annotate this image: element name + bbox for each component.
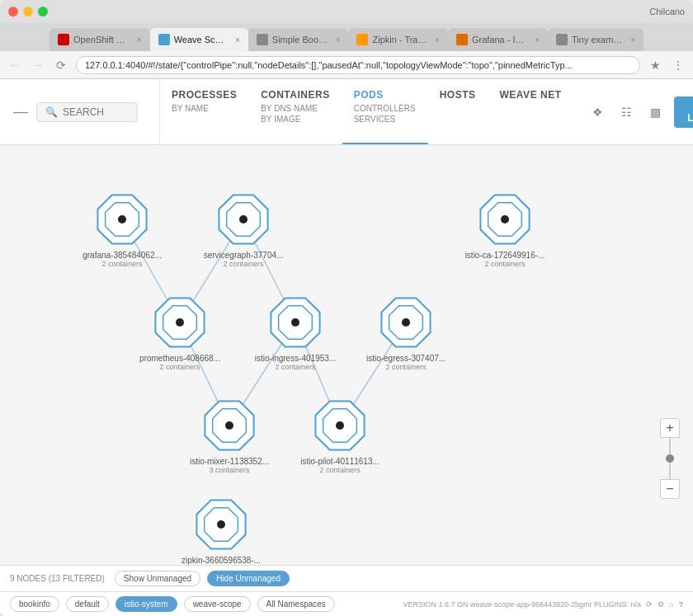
namespaces-container: bookinfodefaultistio-systemweave-scopeAl… <box>10 596 335 612</box>
zoom-out-button[interactable]: − <box>660 479 680 499</box>
grid-icon[interactable]: ☷ <box>616 101 637 124</box>
show-unmanaged-button[interactable]: Show Unmanaged <box>115 571 200 586</box>
refresh-icon[interactable]: ⟳ <box>646 600 653 609</box>
tab-close-icon[interactable]: × <box>137 35 142 45</box>
chart-icon[interactable]: ▩ <box>645 101 666 124</box>
svg-point-11 <box>176 318 184 327</box>
tab-label: Zipkin - Trac... <box>372 35 427 45</box>
nav-item-main-hosts: HOSTS <box>440 89 476 101</box>
node-svg-zipkin <box>193 496 249 553</box>
bookmark-button[interactable]: ★ <box>647 57 663 73</box>
url-bar[interactable]: 127.0.0.1:4040/#!/state/{"controlPipe":n… <box>76 56 640 74</box>
nav-item-pods[interactable]: PODS CONTROLLERSSERVICES <box>342 79 428 144</box>
nav-item-hosts[interactable]: HOSTS <box>428 79 488 144</box>
node-svg-istio-pilot <box>312 397 368 454</box>
node-count: 9 NODES (13 FILTERED) <box>10 574 105 583</box>
nav-item-main-processes: PROCESSES <box>172 89 237 101</box>
search-input[interactable] <box>63 106 129 118</box>
share-icon[interactable]: ❖ <box>587 101 607 124</box>
svg-point-26 <box>217 520 225 529</box>
namespace-btn-bookinfo[interactable]: bookinfo <box>10 596 59 612</box>
back-button[interactable]: ← <box>7 57 23 73</box>
nav-sub-item[interactable]: BY NAME <box>172 104 237 113</box>
tab-tiny[interactable]: Tiny example × <box>548 28 644 51</box>
svg-point-20 <box>225 421 233 430</box>
hamburger-menu[interactable]: ― <box>13 103 28 120</box>
tab-simple[interactable]: Simple Book... × <box>248 28 349 51</box>
svg-point-2 <box>118 215 126 223</box>
tab-grafana[interactable]: Grafana - Ist... × <box>448 28 548 51</box>
namespace-btn-default[interactable]: default <box>66 596 109 612</box>
node-sublabel-istio-ingress: 2 containers <box>275 363 315 371</box>
search-box[interactable]: 🔍 <box>36 102 138 122</box>
node-sublabel-istio-ca: 2 containers <box>484 260 525 268</box>
tab-close-icon[interactable]: × <box>535 35 540 45</box>
node-istio-ingress[interactable]: istio-ingress-401953... 2 containers <box>267 294 323 371</box>
tab-zipkin[interactable]: Zipkin - Trac... × <box>348 28 447 51</box>
tab-weave[interactable]: Weave Scope × <box>150 28 248 51</box>
node-svg-istio-ca <box>477 191 533 247</box>
zoom-slider[interactable] <box>669 438 671 479</box>
nav-sub-item[interactable]: BY DNS NAME <box>261 104 329 113</box>
namespace-btn-all-namespaces[interactable]: All Namespaces <box>257 596 335 612</box>
zoom-in-button[interactable]: + <box>660 418 680 438</box>
tab-close-icon[interactable]: × <box>630 35 635 45</box>
namespace-btn-weave-scope[interactable]: weave-scope <box>184 596 251 612</box>
nav-menu: PROCESSES BY NAME CONTAINERS BY DNS NAME… <box>160 79 573 144</box>
minimize-button[interactable] <box>23 7 33 16</box>
namespace-bar: bookinfodefaultistio-systemweave-scopeAl… <box>0 591 693 616</box>
live-button[interactable]: ▶ LIVE <box>674 96 693 128</box>
node-istio-pilot[interactable]: istio-pilot-40111613... 2 containers <box>312 397 368 474</box>
tab-bar: OpenShift W... × Weave Scope × Simple Bo… <box>0 23 693 51</box>
profile-name: Chilcano <box>53 7 685 16</box>
svg-point-17 <box>402 318 410 327</box>
tab-favicon <box>158 34 170 45</box>
tab-close-icon[interactable]: × <box>435 35 440 45</box>
node-svg-istio-egress <box>378 294 434 350</box>
browser-window: Chilcano OpenShift W... × Weave Scope × … <box>0 0 693 616</box>
home-icon[interactable]: ⌂ <box>669 600 673 609</box>
zoom-thumb <box>666 454 674 463</box>
node-servicegraph[interactable]: servicegraph-37704... 2 containers <box>215 191 271 268</box>
version-info: VERSION 1.6.7 ON weave-scope-app-9664439… <box>403 600 683 609</box>
help-icon[interactable]: ? <box>679 600 684 609</box>
tab-openshift[interactable]: OpenShift W... × <box>50 28 150 51</box>
nav-item-main-containers: CONTAINERS <box>261 89 329 101</box>
tab-label: Tiny example <box>572 35 623 45</box>
nav-sub-containers: BY DNS NAMEBY IMAGE <box>261 104 329 124</box>
node-prometheus[interactable]: prometheus-408668... 2 containers <box>152 294 208 371</box>
node-label-istio-ingress: istio-ingress-401953... <box>255 354 336 363</box>
reload-button[interactable]: ⟳ <box>53 57 69 73</box>
address-bar: ← → ⟳ 127.0.0.1:4040/#!/state/{"controlP… <box>0 51 693 79</box>
nav-item-weave-net[interactable]: WEAVE NET <box>488 79 574 144</box>
node-label-zipkin: zipkin-3660596538-... <box>182 556 261 565</box>
node-label-istio-mixer: istio-mixer-1138352... <box>190 457 269 466</box>
maximize-button[interactable] <box>38 7 48 16</box>
node-istio-ca[interactable]: istio-ca-172649916-... 2 containers <box>477 191 533 268</box>
node-label-servicegraph: servicegraph-37704... <box>204 251 284 260</box>
nav-sub-item[interactable]: BY IMAGE <box>261 115 329 124</box>
menu-button[interactable]: ⋮ <box>670 57 686 73</box>
node-istio-egress[interactable]: istio-egress-307407... 2 containers <box>378 294 434 371</box>
app-content: ― 🔍 PROCESSES BY NAME CONTAINERS BY DNS … <box>0 79 693 616</box>
tab-favicon <box>356 34 368 45</box>
namespace-btn-istio-system[interactable]: istio-system <box>116 596 177 612</box>
bottom-bar: 9 NODES (13 FILTERED) Show Unmanaged Hid… <box>0 565 693 591</box>
hide-unmanaged-button[interactable]: Hide Unmanaged <box>207 571 290 586</box>
node-sublabel-istio-pilot: 2 containers <box>319 466 360 474</box>
tab-close-icon[interactable]: × <box>336 35 341 45</box>
tab-close-icon[interactable]: × <box>235 35 240 45</box>
nav-left: ― 🔍 <box>0 79 160 144</box>
node-svg-grafana <box>94 191 150 247</box>
forward-button[interactable]: → <box>30 57 46 73</box>
nav-sub-item[interactable]: CONTROLLERS <box>354 104 416 113</box>
node-grafana[interactable]: grafana-385484062... 2 containers <box>94 191 150 268</box>
nav-item-containers[interactable]: CONTAINERS BY DNS NAMEBY IMAGE <box>249 79 342 144</box>
settings-icon[interactable]: ⚙ <box>658 600 664 609</box>
close-button[interactable] <box>8 7 18 16</box>
node-zipkin[interactable]: zipkin-3660596538-... 2 containers <box>193 496 249 565</box>
node-istio-mixer[interactable]: istio-mixer-1138352... 3 containers <box>201 397 257 474</box>
nav-sub-item[interactable]: SERVICES <box>354 115 416 124</box>
node-svg-prometheus <box>152 294 208 350</box>
nav-item-processes[interactable]: PROCESSES BY NAME <box>160 79 249 144</box>
